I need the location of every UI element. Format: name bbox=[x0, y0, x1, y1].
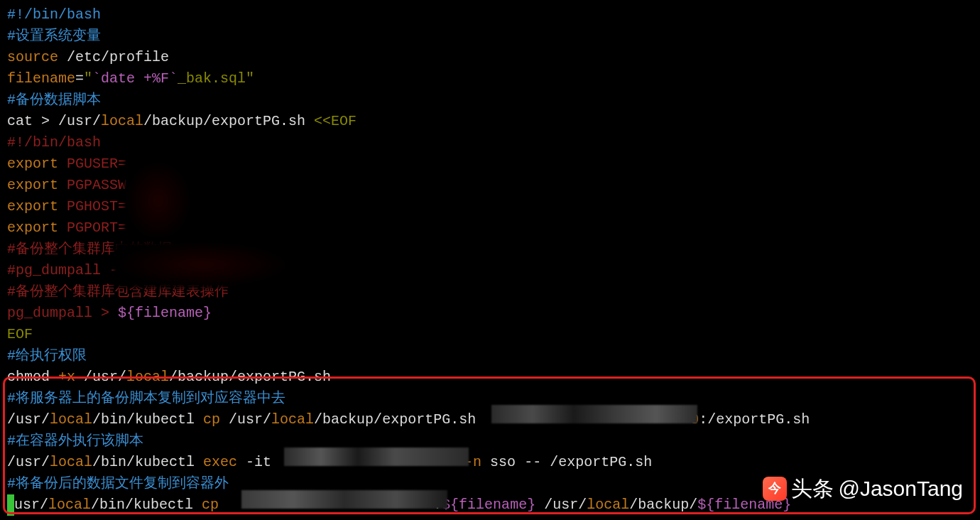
cp-dest-1: /usr/ bbox=[535, 497, 587, 513]
comment-exec-outside: #在容器外执行该脚本 bbox=[7, 433, 143, 449]
cp-kw-1: cp bbox=[203, 411, 220, 428]
comment-cp-to-container: #将服务器上的备份脚本复制到对应容器中去 bbox=[7, 390, 285, 406]
backup-path-1: /backup/exportPG.sh bbox=[143, 113, 314, 129]
redaction-blur-1 bbox=[124, 160, 192, 242]
kubectl-cp-1b: /bin/kubectl bbox=[92, 411, 203, 428]
assign-op: = bbox=[75, 70, 84, 87]
local-path-5: local bbox=[50, 454, 92, 470]
export-kw-4: export bbox=[7, 220, 58, 236]
cp-dest-2: /backup/ bbox=[629, 497, 697, 513]
comment-set-env: #设置系统变量 bbox=[7, 28, 101, 44]
source-keyword: source bbox=[7, 49, 58, 65]
pgdumpall: pg_dumpall > bbox=[7, 305, 118, 321]
kubectl-exec-1a: /usr/ bbox=[7, 454, 50, 470]
sso-ns: sso bbox=[481, 454, 524, 470]
dashdash: -- bbox=[524, 454, 541, 470]
watermark-handle: @JasonTang bbox=[838, 472, 963, 504]
pguser: PGUSER= bbox=[58, 156, 126, 172]
local-path-1: local bbox=[101, 113, 143, 129]
kubectl-cp-1c: /usr/ bbox=[220, 411, 271, 428]
shebang-comment: #!/bin/bash bbox=[7, 6, 101, 23]
chmod-path-1: /usr/ bbox=[75, 369, 126, 385]
filename-var-3: ${filename} bbox=[442, 497, 535, 513]
comment-cp-out: #将备份后的数据文件复制到容器外 bbox=[7, 475, 229, 492]
export-kw-3: export bbox=[7, 198, 58, 215]
export-kw-2: export bbox=[7, 177, 58, 193]
cp-space bbox=[219, 497, 227, 513]
heredoc-shebang: #!/bin/bash bbox=[7, 134, 101, 151]
chmod-path-2: /backup/exportPG.sh bbox=[169, 369, 331, 385]
pixelated-redaction-3 bbox=[241, 490, 447, 509]
pixelated-redaction-2 bbox=[284, 448, 469, 466]
local-path-4: local bbox=[271, 411, 314, 428]
kubectl-cp-2b: /bin/kubectl bbox=[91, 497, 202, 513]
kubectl-cp-2a: usr/ bbox=[14, 497, 48, 513]
pghost: PGHOST=1 bbox=[58, 198, 135, 215]
watermark-label: 头条 bbox=[791, 472, 834, 504]
kubectl-cp-1d: /backup/exportPG.sh bbox=[314, 411, 484, 428]
toutiao-logo-icon: 今 bbox=[763, 477, 787, 501]
source-path: /etc/profile bbox=[58, 49, 169, 65]
filename-var-2: ${filename} bbox=[118, 305, 212, 321]
backtick-date: `date +%F` bbox=[92, 70, 178, 87]
quote-close: " bbox=[246, 70, 254, 87]
bak-suffix: _bak.sql bbox=[178, 70, 246, 87]
pixelated-redaction-1 bbox=[491, 405, 697, 423]
cursor-icon bbox=[7, 494, 14, 516]
local-path-2: local bbox=[126, 369, 169, 385]
comment-backup-script: #备份数据脚本 bbox=[7, 92, 101, 108]
exec-script: /exportPG.sh bbox=[541, 454, 652, 470]
exec-kw: exec bbox=[203, 454, 237, 470]
export-kw-1: export bbox=[7, 156, 58, 172]
pgport: PGPORT= bbox=[58, 220, 126, 236]
var-filename: filename bbox=[7, 70, 75, 87]
cp-kw-2: cp bbox=[202, 497, 219, 513]
local-path-7: local bbox=[587, 497, 629, 513]
watermark: 今 头条 @JasonTang bbox=[763, 472, 963, 504]
kubectl-cp-dest: :/exportPG.sh bbox=[699, 411, 810, 428]
redaction-blur-2 bbox=[114, 242, 291, 288]
heredoc-end: EOF bbox=[7, 326, 33, 342]
kubectl-exec-1b: /bin/kubectl bbox=[92, 454, 203, 470]
cat-cmd: cat > /usr/ bbox=[7, 113, 101, 129]
kubectl-cp-1a: /usr/ bbox=[7, 411, 50, 428]
exec-it: -it bbox=[237, 454, 280, 470]
quote-open: " bbox=[84, 70, 92, 87]
comment-chmod: #给执行权限 bbox=[7, 347, 87, 364]
chmod-cmd: chmod bbox=[7, 369, 58, 385]
local-path-6: local bbox=[48, 497, 91, 513]
chmod-plus-x: +x bbox=[58, 369, 75, 385]
local-path-3: local bbox=[50, 411, 92, 428]
heredoc-start: <<EOF bbox=[314, 113, 356, 129]
